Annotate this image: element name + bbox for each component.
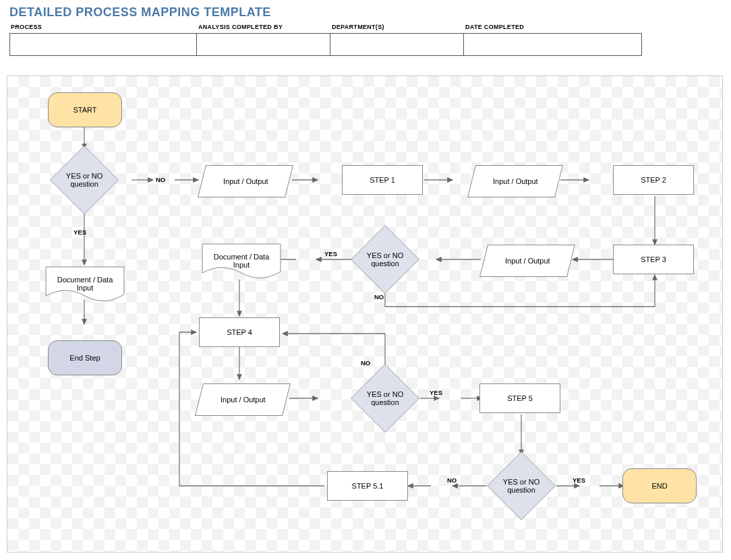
- flowchart-canvas: START YES or NO question YES NO Document…: [7, 75, 723, 553]
- header-row: PROCESSANALYSIS COMPLETED BYDEPARTMENT(S…: [0, 22, 731, 56]
- label-no-2: NO: [374, 293, 384, 301]
- label-no-1: NO: [156, 176, 165, 183]
- header-cell[interactable]: [330, 33, 464, 56]
- end-node: END: [622, 468, 697, 503]
- step-3: STEP 3: [613, 245, 694, 274]
- step-1: STEP 1: [342, 165, 423, 195]
- io-3: Input / Output: [479, 245, 575, 277]
- header-cell[interactable]: [9, 33, 197, 56]
- header-label: ANALYSIS COMPLETED BY: [197, 22, 330, 33]
- page-title: DETAILED PROCESS MAPPING TEMPLATE: [0, 0, 731, 22]
- step-5: STEP 5: [479, 383, 560, 413]
- doc-input-2: Document / Data Input: [202, 243, 281, 278]
- start-node: START: [48, 92, 122, 127]
- doc-input-1: Document / Data Input: [45, 266, 125, 301]
- io-2: Input / Output: [467, 165, 563, 197]
- decision-q4: YES or NO question: [488, 452, 555, 520]
- decision-q2: YES or NO question: [351, 226, 419, 293]
- decision-q3: YES or NO question: [351, 365, 419, 432]
- label-yes-3: YES: [430, 389, 442, 396]
- step-4: STEP 4: [199, 317, 280, 347]
- header-label: DATE COMPLETED: [464, 22, 642, 33]
- label-yes-1: YES: [74, 228, 86, 236]
- end-step-node: End Step: [48, 340, 122, 375]
- label-yes-2: YES: [324, 250, 337, 257]
- step-2: STEP 2: [613, 165, 694, 195]
- io-1: Input / Output: [198, 165, 293, 197]
- decision-q1: YES or NO question: [51, 146, 118, 214]
- header-cell[interactable]: [196, 33, 330, 56]
- io-4: Input / Output: [195, 383, 291, 416]
- label-no-3: NO: [361, 359, 370, 367]
- header-cell[interactable]: [463, 33, 642, 56]
- header-label: PROCESS: [9, 22, 197, 33]
- label-no-4: NO: [447, 476, 457, 484]
- step-5-1: STEP 5.1: [327, 471, 408, 501]
- page: DETAILED PROCESS MAPPING TEMPLATE PROCES…: [0, 0, 731, 560]
- header-label: DEPARTMENT(S): [330, 22, 464, 33]
- label-yes-4: YES: [573, 476, 585, 484]
